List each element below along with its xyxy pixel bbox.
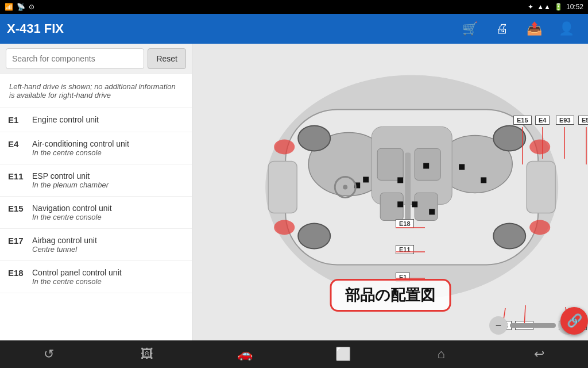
undo-icon: ↩ bbox=[534, 347, 544, 362]
signal-icon: 📶 bbox=[5, 3, 13, 11]
sim-icon: 📡 bbox=[17, 3, 25, 11]
svg-point-8 bbox=[298, 223, 330, 248]
status-bar-right: ✦ ▲▲ 🔋 10:52 bbox=[528, 3, 583, 11]
svg-rect-27 bbox=[354, 182, 360, 188]
component-code: E15 bbox=[8, 204, 32, 213]
svg-point-30 bbox=[343, 185, 347, 189]
nav-car-button[interactable]: 🚗 bbox=[196, 340, 294, 368]
component-code: E1 bbox=[8, 115, 32, 125]
status-bar-left: 📶 📡 ⊙ bbox=[5, 3, 34, 11]
svg-rect-15 bbox=[377, 148, 403, 180]
nav-home-button[interactable]: ⌂ bbox=[392, 340, 490, 368]
component-name: Airbag control unit bbox=[32, 236, 97, 245]
diagram-area: E15E4E93E59E17E21E35E18E11E1E34E24E54E65… bbox=[192, 44, 588, 340]
diagram-tag-e4[interactable]: E4 bbox=[535, 116, 550, 125]
diagram-label: 部品の配置図 bbox=[330, 279, 451, 312]
component-item[interactable]: E15 Navigation control unit In the centr… bbox=[0, 197, 192, 229]
info-box: Left-hand drive is shown; no additional … bbox=[0, 74, 192, 108]
component-code: E18 bbox=[8, 268, 32, 278]
nav-gallery-button[interactable]: 🖼 bbox=[98, 340, 196, 368]
nav-undo-button[interactable]: ↩ bbox=[490, 340, 588, 368]
component-name: Navigation control unit bbox=[32, 204, 112, 213]
component-code: E4 bbox=[8, 139, 32, 149]
component-name: Control panel control unit bbox=[32, 268, 122, 277]
wifi-icon: ▲▲ bbox=[537, 3, 551, 11]
svg-point-9 bbox=[493, 125, 525, 151]
component-code: E11 bbox=[8, 171, 32, 181]
svg-rect-6 bbox=[527, 161, 555, 213]
search-input[interactable] bbox=[6, 48, 144, 69]
component-name: ESP control unit bbox=[32, 171, 109, 181]
svg-rect-16 bbox=[415, 148, 440, 180]
component-name: Engine control unit bbox=[32, 115, 99, 124]
component-code: E17 bbox=[8, 236, 32, 246]
zoom-slider[interactable] bbox=[510, 323, 556, 328]
fab-button[interactable]: 🔗 bbox=[560, 307, 588, 335]
component-location: In the centre console bbox=[32, 213, 112, 221]
svg-point-7 bbox=[298, 125, 330, 151]
diagram-tag-e11[interactable]: E11 bbox=[396, 245, 414, 254]
svg-rect-26 bbox=[429, 209, 435, 214]
svg-point-11 bbox=[274, 139, 295, 154]
battery-icon: 🔋 bbox=[554, 3, 563, 11]
component-location: In the centre console bbox=[32, 277, 122, 286]
gallery-icon: 🖼 bbox=[141, 347, 153, 362]
search-area: Reset bbox=[0, 44, 192, 74]
svg-rect-18 bbox=[415, 193, 438, 220]
svg-point-10 bbox=[493, 223, 525, 248]
svg-rect-17 bbox=[380, 193, 403, 220]
main-layout: Reset Left-hand drive is shown; no addit… bbox=[0, 44, 588, 340]
app-title: X-431 FIX bbox=[7, 21, 64, 36]
status-bar: 📶 📡 ⊙ ✦ ▲▲ 🔋 10:52 bbox=[0, 0, 588, 14]
svg-point-29 bbox=[335, 177, 355, 197]
svg-point-12 bbox=[274, 220, 295, 235]
top-bar-actions: 🛒 🖨 📤 👤 bbox=[455, 14, 581, 44]
nav-back-button[interactable]: ↺ bbox=[0, 340, 98, 368]
svg-point-3 bbox=[438, 135, 512, 193]
zoom-out-button[interactable]: − bbox=[489, 316, 508, 335]
reset-button[interactable]: Reset bbox=[148, 48, 186, 69]
diagram-tag-e93[interactable]: E93 bbox=[556, 116, 574, 125]
home-icon: ⌂ bbox=[437, 347, 444, 362]
component-list: E1 Engine control unit E4 Air-conditioni… bbox=[0, 108, 192, 340]
component-location: In the plenum chamber bbox=[32, 181, 109, 189]
svg-point-14 bbox=[529, 220, 550, 235]
svg-point-13 bbox=[529, 139, 550, 154]
account-button[interactable]: 👤 bbox=[551, 14, 581, 44]
diagram-tag-e15[interactable]: E15 bbox=[513, 116, 532, 125]
svg-rect-20 bbox=[423, 163, 429, 168]
car-diagram bbox=[234, 63, 588, 310]
svg-rect-25 bbox=[412, 201, 417, 207]
nav-square-button[interactable]: ⬜ bbox=[294, 340, 392, 368]
svg-point-0 bbox=[265, 75, 558, 299]
svg-point-2 bbox=[308, 132, 389, 195]
component-location: In the centre console bbox=[32, 148, 129, 157]
extra-icon: ⊙ bbox=[29, 3, 34, 11]
time-display: 10:52 bbox=[566, 3, 583, 11]
component-item[interactable]: E1 Engine control unit bbox=[0, 108, 192, 132]
share-button[interactable]: 📤 bbox=[519, 14, 549, 44]
component-location: Centre tunnel bbox=[32, 245, 97, 254]
svg-rect-1 bbox=[285, 109, 538, 264]
svg-rect-24 bbox=[397, 201, 403, 207]
svg-rect-23 bbox=[481, 177, 486, 183]
svg-rect-21 bbox=[397, 177, 403, 183]
car-icon: 🚗 bbox=[237, 347, 253, 362]
print-button[interactable]: 🖨 bbox=[487, 14, 517, 44]
component-name: Air-conditioning control unit bbox=[32, 139, 129, 148]
component-item[interactable]: E18 Control panel control unit In the ce… bbox=[0, 261, 192, 293]
svg-rect-28 bbox=[363, 177, 369, 182]
svg-rect-5 bbox=[268, 161, 297, 213]
diagram-tag-e59[interactable]: E59 bbox=[578, 116, 588, 125]
diagram-tag-e18[interactable]: E18 bbox=[396, 219, 414, 228]
bluetooth-icon: ✦ bbox=[528, 3, 533, 11]
square-icon: ⬜ bbox=[335, 347, 351, 362]
sidebar: Reset Left-hand drive is shown; no addit… bbox=[0, 44, 192, 340]
component-item[interactable]: E11 ESP control unit In the plenum chamb… bbox=[0, 164, 192, 197]
svg-rect-22 bbox=[459, 164, 465, 170]
info-text: Left-hand drive is shown; no additional … bbox=[9, 82, 176, 99]
component-item[interactable]: E17 Airbag control unit Centre tunnel bbox=[0, 229, 192, 261]
cart-button[interactable]: 🛒 bbox=[455, 14, 485, 44]
component-item[interactable]: E4 Air-conditioning control unit In the … bbox=[0, 132, 192, 164]
bottom-nav: ↺ 🖼 🚗 ⬜ ⌂ ↩ bbox=[0, 340, 588, 368]
